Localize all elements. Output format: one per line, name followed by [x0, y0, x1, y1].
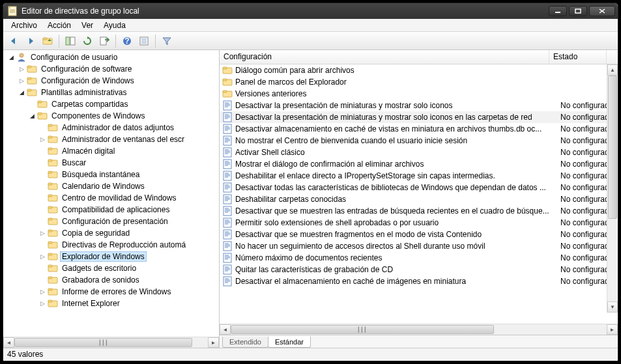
collapse-icon[interactable]: ◢ — [7, 53, 15, 61]
scroll-left-icon[interactable]: ◄ — [3, 337, 14, 348]
list-vertical-scrollbar[interactable]: ▲ ▼ — [607, 64, 618, 313]
menu-ver[interactable]: Ver — [76, 20, 98, 31]
list-row[interactable]: Mostrar el diálogo de confirmación al el… — [220, 158, 618, 170]
scroll-down-icon[interactable]: ▼ — [607, 301, 618, 313]
tree-item[interactable]: Directivas de Reproducción automá — [38, 239, 219, 251]
menu-accion[interactable]: Acción — [42, 20, 76, 31]
list-row-name: Desactivar la presentación de miniaturas… — [235, 101, 560, 110]
policy-setting-icon — [222, 182, 233, 193]
titlebar[interactable]: Editor de directivas de grupo local — [3, 3, 618, 19]
tab-estandar[interactable]: Estándar — [268, 337, 311, 348]
tree-item-label: Grabadora de sonidos — [60, 275, 141, 285]
list-row[interactable]: Desactivar el almacenamiento en caché de… — [220, 275, 618, 287]
tree-item[interactable]: ▷Copia de seguridad — [38, 227, 219, 239]
expand-icon[interactable]: ▷ — [38, 229, 46, 237]
folder-icon — [48, 204, 58, 215]
list-row[interactable]: Desactivar que se muestren las entradas … — [220, 205, 618, 217]
list-horizontal-scrollbar[interactable]: ◄ ┃┃┃ ► — [220, 324, 618, 335]
scroll-up-icon[interactable]: ▲ — [607, 64, 618, 76]
tree-item[interactable]: Almacén digital — [38, 145, 219, 157]
list-row[interactable]: Diálogo común para abrir archivos — [220, 64, 618, 76]
filter-icon[interactable] — [159, 34, 175, 48]
list-row[interactable]: Versiones anteriores — [220, 88, 618, 100]
scroll-right-icon[interactable]: ► — [607, 324, 618, 335]
tree-item[interactable]: Gadgets de escritorio — [38, 262, 219, 274]
show-hide-tree-icon[interactable] — [63, 34, 78, 48]
tree-item[interactable]: Grabadora de sonidos — [38, 274, 219, 286]
scroll-left-icon[interactable]: ◄ — [220, 324, 231, 335]
tree-item[interactable]: ▷Configuración de software — [18, 63, 219, 75]
nav-back-icon[interactable] — [6, 34, 22, 48]
list-row[interactable]: Panel de marcos del Explorador — [220, 76, 618, 88]
folder-icon — [27, 87, 37, 98]
list-view[interactable]: Diálogo común para abrir archivosPanel d… — [220, 64, 618, 287]
tree-item[interactable]: Compatibilidad de aplicaciones — [38, 204, 219, 216]
expand-icon[interactable]: ▷ — [18, 77, 25, 85]
help-icon[interactable]: ? — [119, 34, 135, 48]
list-row[interactable]: Desactivar que se muestren fragmentos en… — [220, 229, 618, 240]
svg-rect-18 — [70, 37, 75, 45]
export-list-icon[interactable] — [96, 34, 112, 48]
tree-item[interactable]: Configuración de presentación — [38, 216, 219, 227]
policy-setting-icon — [222, 253, 233, 263]
tree-item[interactable]: Centro de movilidad de Windows — [38, 192, 219, 204]
tree-spacer — [38, 241, 46, 249]
expand-icon[interactable]: ▷ — [38, 288, 46, 296]
list-row[interactable]: Activar Shell clásicoNo configurada — [220, 147, 618, 158]
maximize-button[interactable] — [569, 6, 587, 16]
tree-item[interactable]: ▷Configuración de Windows — [18, 75, 219, 87]
tree-item[interactable]: ▷Informe de errores de Windows — [38, 286, 219, 298]
list-row[interactable]: Permitir solo extensiones de shell aprob… — [220, 217, 618, 229]
tab-extendido[interactable]: Extendido — [222, 337, 268, 348]
minimize-button[interactable] — [549, 6, 567, 16]
list-row[interactable]: Desactivar la presentación de miniaturas… — [220, 111, 618, 123]
toolbar: ? — [3, 32, 618, 50]
list-row-name: No hacer un seguimiento de accesos direc… — [235, 242, 560, 251]
list-row[interactable]: Deshabilitar carpetas conocidasNo config… — [220, 193, 618, 205]
list-row[interactable]: Desactivar todas las características de … — [220, 182, 618, 193]
close-button[interactable] — [589, 6, 615, 16]
tree-view[interactable]: ◢Configuración de usuario▷Configuración … — [3, 50, 219, 337]
tree-item[interactable]: ▷Internet Explorer — [38, 298, 219, 309]
scrollbar-thumb[interactable] — [608, 76, 617, 219]
expand-icon[interactable]: ▷ — [38, 253, 46, 260]
tree-item[interactable]: ▷Explorador de Windows — [38, 251, 219, 262]
tree-item-label: Buscar — [60, 158, 88, 168]
list-row[interactable]: Desactivar la presentación de miniaturas… — [220, 100, 618, 111]
tree-item[interactable]: Búsqueda instantánea — [38, 169, 219, 180]
list-row-name: Diálogo común para abrir archivos — [235, 66, 560, 75]
tree-item[interactable]: ◢Plantillas administrativas — [18, 87, 219, 98]
collapse-icon[interactable]: ◢ — [18, 89, 25, 96]
list-row[interactable]: Desactivar almacenamiento en caché de vi… — [220, 123, 618, 135]
tree-horizontal-scrollbar[interactable]: ◄ ┃┃┃ ► — [3, 337, 219, 348]
refresh-icon[interactable] — [79, 34, 95, 48]
scrollbar-thumb[interactable]: ┃┃┃ — [231, 325, 494, 334]
scroll-right-icon[interactable]: ► — [208, 337, 219, 348]
collapse-icon[interactable]: ◢ — [28, 112, 36, 120]
tree-item[interactable]: ◢Configuración de usuario — [7, 51, 219, 63]
tree-item[interactable]: Calendario de Windows — [38, 180, 219, 192]
menu-archivo[interactable]: Archivo — [6, 20, 42, 31]
tree-item[interactable]: ◢Componentes de Windows — [28, 110, 219, 122]
policy-setting-icon — [222, 206, 233, 216]
tree-item[interactable]: Administrador de datos adjuntos — [38, 122, 219, 133]
expand-icon[interactable]: ▷ — [38, 135, 46, 143]
expand-icon[interactable]: ▷ — [18, 65, 25, 73]
list-row[interactable]: Quitar las características de grabación … — [220, 264, 618, 275]
list-row[interactable]: No hacer un seguimiento de accesos direc… — [220, 240, 618, 252]
tree-item[interactable]: ▷Administrador de ventanas del escr — [38, 133, 219, 145]
expand-icon[interactable]: ▷ — [38, 300, 46, 307]
tree-item[interactable]: Carpetas compartidas — [28, 98, 219, 110]
nav-up-icon[interactable] — [40, 34, 55, 48]
scrollbar-thumb[interactable]: ┃┃┃ — [14, 338, 192, 347]
column-header-name[interactable]: Configuración — [220, 50, 549, 64]
properties-icon[interactable] — [136, 34, 152, 48]
window-title: Editor de directivas de grupo local — [22, 7, 549, 16]
nav-forward-icon[interactable] — [23, 34, 38, 48]
tree-item[interactable]: Buscar — [38, 157, 219, 169]
list-row[interactable]: Número máximo de documentos recientesNo … — [220, 252, 618, 264]
menu-ayuda[interactable]: Ayuda — [98, 20, 131, 31]
column-header-state[interactable]: Estado — [549, 50, 607, 64]
list-row[interactable]: No mostrar el Centro de bienvenida cuand… — [220, 135, 618, 147]
list-row[interactable]: Deshabilitar el enlace directo a IProper… — [220, 170, 618, 182]
